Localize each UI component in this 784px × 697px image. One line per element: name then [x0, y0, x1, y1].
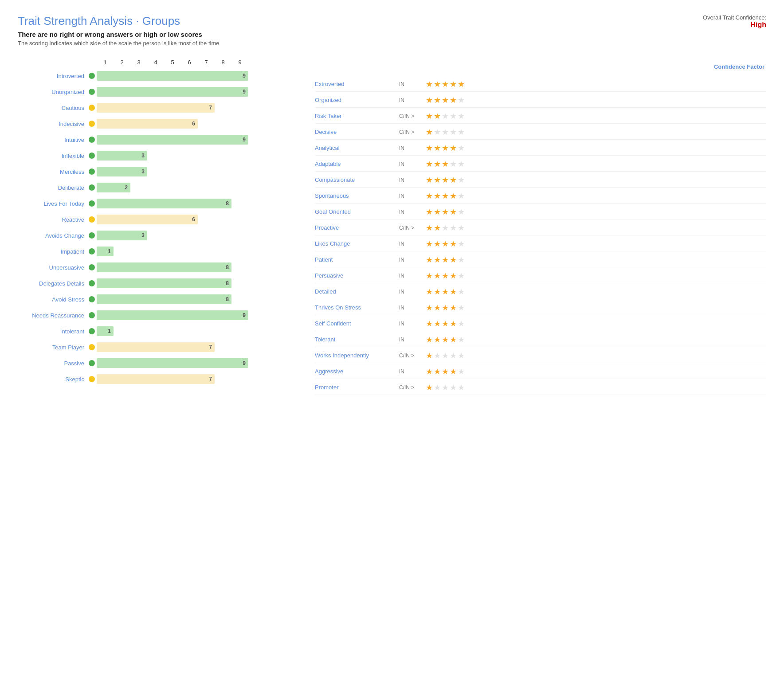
filled-star: ★ — [434, 143, 441, 153]
filled-star: ★ — [442, 335, 449, 345]
star-rating: ★★★★★ — [426, 223, 465, 233]
filled-star: ★ — [434, 159, 441, 169]
trait-bar: 1 — [97, 247, 114, 256]
empty-star: ★ — [450, 223, 457, 233]
bar-row: Indecisive6 — [18, 116, 302, 131]
filled-star: ★ — [442, 191, 449, 201]
bar-container: 3 — [97, 166, 248, 177]
trait-dot — [89, 137, 95, 143]
filled-star: ★ — [450, 335, 457, 345]
trait-dot — [89, 121, 95, 127]
trait-bar: 8 — [97, 262, 231, 272]
trait-label-left: Impatient — [18, 248, 89, 255]
type-label: IN — [399, 257, 426, 263]
trait-label-right: Tolerant — [315, 336, 399, 343]
bar-row: Lives For Today8 — [18, 196, 302, 211]
empty-star: ★ — [458, 335, 465, 345]
trait-label-right: Thrives On Stress — [315, 304, 399, 311]
empty-star: ★ — [458, 255, 465, 265]
filled-star: ★ — [442, 207, 449, 217]
star-rating: ★★★★★ — [426, 111, 465, 121]
empty-star: ★ — [458, 287, 465, 297]
star-rating: ★★★★★ — [426, 159, 465, 169]
bar-container: 3 — [97, 150, 248, 161]
trait-bar: 3 — [97, 231, 147, 240]
trait-dot — [89, 168, 95, 175]
star-rating: ★★★★★ — [426, 175, 465, 185]
filled-star: ★ — [450, 207, 457, 217]
bar-row: Merciless3 — [18, 164, 302, 179]
bar-container: 7 — [97, 341, 248, 353]
bar-container: 9 — [97, 357, 248, 369]
filled-star: ★ — [426, 111, 433, 121]
filled-star: ★ — [434, 367, 441, 376]
empty-star: ★ — [458, 351, 465, 360]
filled-star: ★ — [442, 271, 449, 281]
trait-bar: 6 — [97, 119, 198, 129]
empty-star: ★ — [458, 303, 465, 313]
empty-star: ★ — [458, 111, 465, 121]
right-row: AdaptableIN★★★★★ — [315, 157, 766, 172]
type-label: IN — [399, 193, 426, 199]
right-row: Self ConfidentIN★★★★★ — [315, 316, 766, 331]
bar-container: 7 — [97, 102, 248, 114]
bar-container: 1 — [97, 325, 248, 337]
filled-star: ★ — [426, 239, 433, 249]
type-label: C/IN > — [399, 113, 426, 119]
filled-star: ★ — [426, 207, 433, 217]
trait-label-right: Self Confident — [315, 320, 399, 327]
trait-label-left: Cautious — [18, 105, 89, 111]
trait-dot — [89, 89, 95, 95]
filled-star: ★ — [426, 271, 433, 281]
trait-bar: 3 — [97, 151, 147, 161]
bar-container: 9 — [97, 134, 248, 145]
empty-star: ★ — [458, 319, 465, 329]
trait-dot — [89, 232, 95, 239]
filled-star: ★ — [434, 319, 441, 329]
trait-label-left: Lives For Today — [18, 200, 89, 207]
right-row: AggressiveIN★★★★★ — [315, 364, 766, 379]
bar-container: 6 — [97, 118, 248, 129]
bar-row: Impatient1 — [18, 244, 302, 259]
filled-star: ★ — [450, 303, 457, 313]
title-text: Trait Strength Analysis — [18, 14, 133, 27]
star-rating: ★★★★★ — [426, 383, 465, 392]
bar-row: Delegates Details8 — [18, 276, 302, 291]
filled-star: ★ — [450, 239, 457, 249]
type-label: C/IN > — [399, 384, 426, 391]
right-row: CompassionateIN★★★★★ — [315, 172, 766, 188]
star-rating: ★★★★★ — [426, 79, 465, 89]
empty-star: ★ — [442, 223, 449, 233]
trait-bar: 7 — [97, 374, 215, 384]
right-row: Thrives On StressIN★★★★★ — [315, 300, 766, 315]
trait-dot — [89, 280, 95, 286]
trait-bar: 7 — [97, 342, 215, 352]
empty-star: ★ — [458, 143, 465, 153]
filled-star: ★ — [450, 175, 457, 185]
trait-dot — [89, 200, 95, 207]
axis-labels: 123456789 — [95, 59, 302, 66]
axis-label-3: 3 — [130, 59, 147, 66]
filled-star: ★ — [450, 255, 457, 265]
axis-label-1: 1 — [97, 59, 114, 66]
filled-star: ★ — [426, 383, 433, 392]
star-rating: ★★★★★ — [426, 335, 465, 345]
filled-star: ★ — [426, 335, 433, 345]
trait-label-right: Persuasive — [315, 272, 399, 279]
trait-dot — [89, 73, 95, 79]
bar-container: 8 — [97, 198, 248, 209]
star-rating: ★★★★★ — [426, 303, 465, 313]
filled-star: ★ — [450, 367, 457, 376]
trait-label-right: Adaptable — [315, 161, 399, 167]
empty-star: ★ — [458, 159, 465, 169]
right-header: Confidence Factor — [315, 59, 766, 74]
empty-star: ★ — [450, 383, 457, 392]
empty-star: ★ — [458, 223, 465, 233]
trait-label-right: Goal Oriented — [315, 208, 399, 215]
filled-star: ★ — [450, 319, 457, 329]
axis-label-6: 6 — [181, 59, 198, 66]
star-rating: ★★★★★ — [426, 367, 465, 376]
bar-row: Passive9 — [18, 356, 302, 371]
empty-star: ★ — [442, 127, 449, 137]
right-row: Goal OrientedIN★★★★★ — [315, 204, 766, 219]
